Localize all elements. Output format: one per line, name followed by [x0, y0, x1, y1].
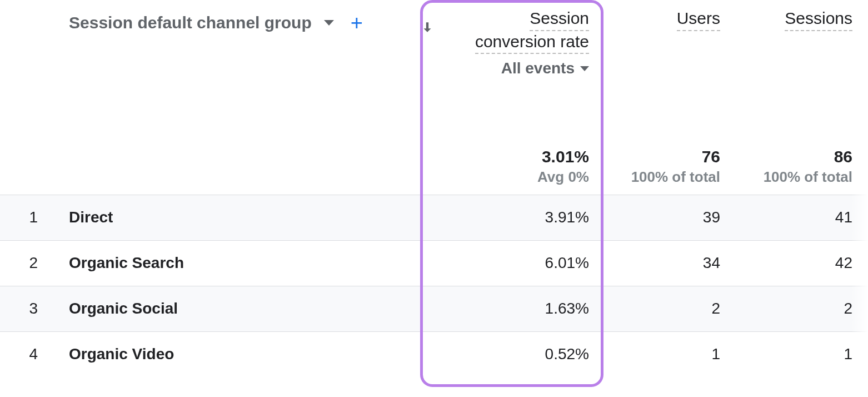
dimension-selector[interactable]: Session default channel group + — [69, 0, 420, 33]
table-row[interactable]: 3 Organic Social 1.63% 2 2 — [0, 286, 868, 331]
cell-conversion: 6.01% — [420, 240, 603, 286]
chevron-down-icon — [580, 66, 589, 71]
add-dimension-button[interactable]: + — [351, 12, 363, 33]
row-index: 3 — [0, 286, 69, 331]
cell-conversion: 3.91% — [420, 195, 603, 240]
cell-sessions: 1 — [736, 331, 868, 377]
metric-title: Sessions — [785, 8, 852, 31]
chevron-down-icon — [324, 20, 334, 26]
channel-group-table: Session default channel group + Session … — [0, 0, 868, 377]
row-index: 4 — [0, 331, 69, 377]
metric-title: conversion rate — [475, 31, 589, 54]
channel-name: Direct — [69, 195, 420, 240]
dimension-label: Session default channel group — [69, 13, 312, 32]
cell-sessions: 42 — [736, 240, 868, 286]
table-row[interactable]: 2 Organic Search 6.01% 34 42 — [0, 240, 868, 286]
sort-desc-icon — [420, 20, 435, 37]
metric-total: 3.01% — [537, 147, 589, 166]
metric-subtext: 100% of total — [631, 168, 720, 186]
row-index: 1 — [0, 195, 69, 240]
metric-title: Users — [677, 8, 720, 31]
metric-subtext: Avg 0% — [537, 168, 589, 186]
metric-title: Session — [530, 8, 589, 31]
metric-total: 76 — [631, 147, 720, 166]
metric-subtext: 100% of total — [764, 168, 852, 186]
cell-users: 1 — [603, 331, 736, 377]
cell-conversion: 1.63% — [420, 286, 603, 331]
cell-users: 2 — [603, 286, 736, 331]
channel-name: Organic Search — [69, 240, 420, 286]
channel-name: Organic Social — [69, 286, 420, 331]
metric-total: 86 — [764, 147, 852, 166]
table-row[interactable]: 4 Organic Video 0.52% 1 1 — [0, 331, 868, 377]
cell-users: 34 — [603, 240, 736, 286]
metric-header-conversion[interactable]: Session conversion rate All events 3.01%… — [420, 0, 603, 195]
row-index: 2 — [0, 240, 69, 286]
metric-header-sessions[interactable]: Sessions 86 100% of total — [736, 0, 868, 195]
table-row[interactable]: 1 Direct 3.91% 39 41 — [0, 195, 868, 240]
cell-conversion: 0.52% — [420, 331, 603, 377]
cell-sessions: 41 — [736, 195, 868, 240]
cell-sessions: 2 — [736, 286, 868, 331]
metric-filter[interactable]: All events — [501, 59, 589, 77]
metric-filter-label: All events — [501, 59, 575, 77]
channel-name: Organic Video — [69, 331, 420, 377]
metric-header-users[interactable]: Users 76 100% of total — [603, 0, 736, 195]
cell-users: 39 — [603, 195, 736, 240]
